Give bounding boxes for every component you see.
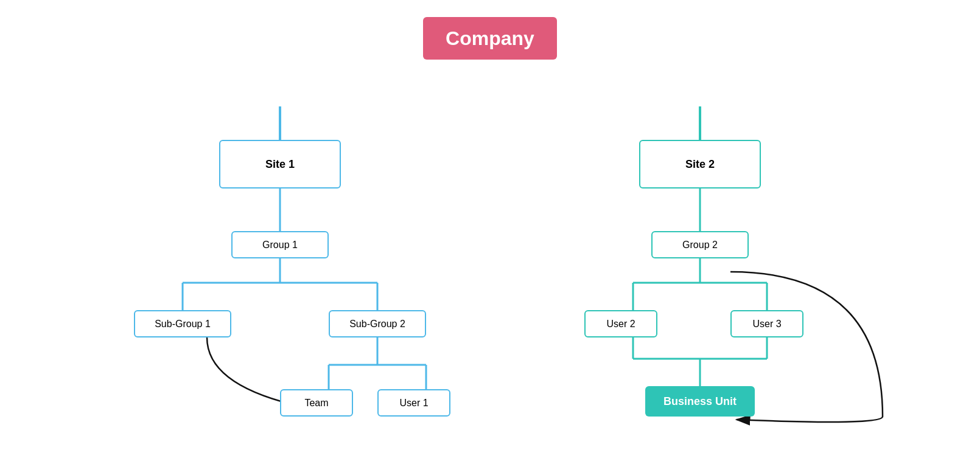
company-label: Company: [446, 27, 534, 50]
business-unit-node: Business Unit: [645, 386, 755, 417]
subgroup1-label: Sub-Group 1: [155, 319, 211, 330]
subgroup1-node: Sub-Group 1: [134, 310, 231, 337]
group1-node: Group 1: [231, 231, 329, 258]
user1-node: User 1: [377, 389, 450, 417]
site2-label: Site 2: [685, 158, 715, 171]
group1-label: Group 1: [262, 240, 298, 251]
org-chart-diagram: Company Site 1 Site 2 Group 1 Group 2 Su…: [0, 0, 980, 467]
team-label: Team: [304, 398, 328, 409]
group2-node: Group 2: [651, 231, 749, 258]
user2-label: User 2: [606, 319, 635, 330]
subgroup2-label: Sub-Group 2: [349, 319, 405, 330]
user3-label: User 3: [752, 319, 781, 330]
business-unit-label: Business Unit: [663, 395, 737, 408]
subgroup2-node: Sub-Group 2: [329, 310, 426, 337]
team-node: Team: [280, 389, 353, 417]
user3-node: User 3: [730, 310, 803, 337]
user1-label: User 1: [399, 398, 428, 409]
site1-node: Site 1: [219, 140, 341, 189]
site2-node: Site 2: [639, 140, 761, 189]
group2-label: Group 2: [682, 240, 718, 251]
site1-label: Site 1: [265, 158, 295, 171]
user2-node: User 2: [584, 310, 657, 337]
company-node: Company: [423, 17, 557, 60]
